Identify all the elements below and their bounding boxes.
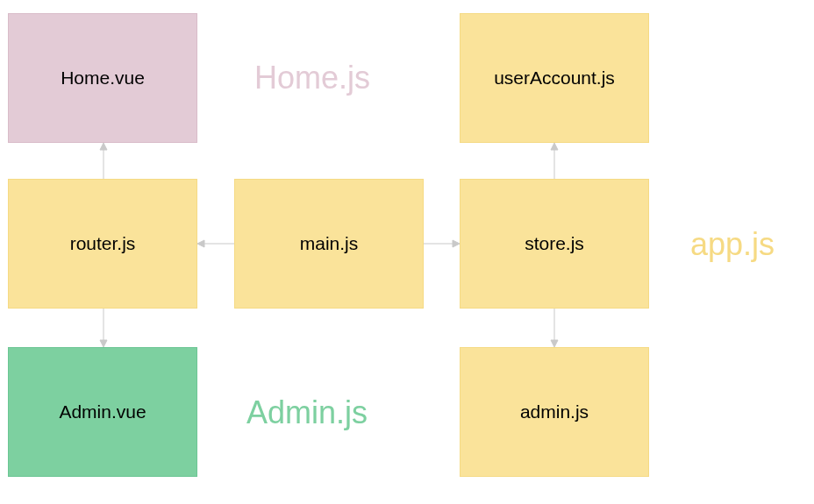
arrow-main-to-store	[424, 235, 460, 252]
arrow-store-to-admin	[546, 309, 563, 347]
svg-marker-11	[551, 340, 558, 347]
arrow-main-to-router	[197, 235, 234, 252]
box-user-account: userAccount.js	[460, 13, 649, 143]
label-admin-vue: Admin.vue	[59, 401, 146, 422]
box-home-vue: Home.vue	[8, 13, 197, 143]
label-router: router.js	[70, 233, 136, 254]
arrow-router-to-admin	[95, 309, 112, 347]
box-router: router.js	[8, 179, 197, 309]
label-main: main.js	[300, 233, 359, 254]
svg-marker-7	[453, 240, 460, 247]
watermark-admin: Admin.js	[246, 394, 368, 431]
box-store: store.js	[460, 179, 649, 309]
label-store: store.js	[525, 233, 584, 254]
watermark-home: Home.js	[254, 60, 370, 96]
box-main: main.js	[234, 179, 424, 309]
arrow-router-to-home	[95, 143, 112, 179]
svg-marker-9	[551, 143, 558, 150]
box-admin-vue: Admin.vue	[8, 347, 197, 477]
arrow-store-to-useraccount	[546, 143, 563, 179]
label-home-vue: Home.vue	[61, 67, 145, 89]
box-admin: admin.js	[460, 347, 649, 477]
label-user-account: userAccount.js	[494, 67, 615, 89]
svg-marker-5	[197, 240, 204, 247]
svg-marker-1	[100, 143, 107, 150]
svg-marker-3	[100, 340, 107, 347]
label-admin: admin.js	[520, 401, 589, 422]
watermark-app: app.js	[690, 226, 775, 263]
